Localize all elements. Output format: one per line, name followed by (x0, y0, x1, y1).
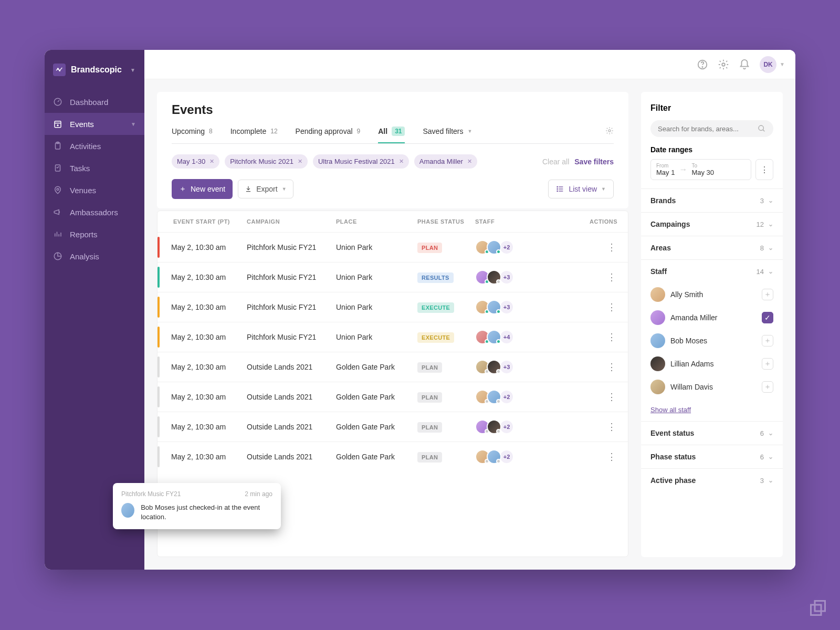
filter-search[interactable] (650, 120, 773, 137)
tab-saved-filters[interactable]: Saved filters▼ (423, 127, 472, 143)
more-actions-icon[interactable]: ⋮ (607, 332, 617, 342)
staff-checkbox[interactable]: ✓ (762, 312, 773, 323)
cell-actions: ⋮ (543, 391, 617, 403)
staff-filter-item[interactable]: Ally Smith ＋ (650, 283, 773, 306)
table-row[interactable]: May 2, 10:30 am Outside Lands 2021 Golde… (158, 352, 628, 382)
filter-section-staff[interactable]: Staff 14 ⌄ (641, 259, 783, 283)
table-row[interactable]: May 2, 10:30 am Outside Lands 2021 Golde… (158, 412, 628, 442)
cell-start: May 2, 10:30 am (171, 243, 247, 251)
filter-section-campaigns[interactable]: Campaings 12 ⌄ (641, 212, 783, 236)
staff-more-count[interactable]: +3 (499, 300, 514, 314)
staff-list: Ally Smith ＋ Amanda Miller ✓ Bob Moses ＋… (641, 283, 783, 403)
search-input[interactable] (658, 125, 753, 133)
save-filters-link[interactable]: Save filters (574, 158, 614, 166)
staff-more-count[interactable]: +2 (499, 449, 514, 464)
staff-more-count[interactable]: +3 (499, 360, 514, 374)
filter-chip[interactable]: May 1-30✕ (172, 154, 219, 169)
table-row[interactable]: May 2, 10:30 am Pitchfork Music FY21 Uni… (158, 292, 628, 322)
filter-section-areas[interactable]: Areas 8 ⌄ (641, 236, 783, 259)
staff-more-count[interactable]: +3 (499, 270, 514, 285)
help-icon[interactable] (697, 59, 708, 70)
more-actions-icon[interactable]: ⋮ (607, 272, 617, 282)
sidebar-item-ambassadors[interactable]: Ambassadors (45, 201, 144, 223)
filter-chip[interactable]: Ultra Music Festival 2021✕ (313, 154, 409, 169)
chevron-down-icon: ▼ (130, 67, 135, 73)
cell-actions: ⋮ (543, 361, 617, 373)
tab-all[interactable]: All31 (378, 127, 405, 143)
new-event-button[interactable]: ＋ New event (172, 179, 233, 199)
staff-more-count[interactable]: +4 (499, 330, 514, 344)
tab-label: All (378, 127, 387, 135)
staff-checkbox[interactable]: ＋ (762, 335, 773, 346)
col-staff: STAFF (475, 218, 543, 225)
user-menu[interactable]: DK ▼ (760, 56, 785, 73)
staff-more-count[interactable]: +2 (499, 419, 514, 434)
staff-filter-item[interactable]: Bob Moses ＋ (650, 329, 773, 352)
more-actions-icon[interactable]: ⋮ (607, 362, 617, 372)
section-count: 6 (760, 453, 764, 461)
clear-all-link[interactable]: Clear all (542, 158, 569, 166)
filter-section-active-phase[interactable]: Active phase 3 ⌄ (641, 468, 783, 492)
filter-section-event-status[interactable]: Event status 6 ⌄ (641, 421, 783, 445)
staff-filter-item[interactable]: Lillian Adams ＋ (650, 352, 773, 375)
tab-pending-approval[interactable]: Pending approval9 (296, 127, 361, 143)
date-range-label: Date ranges (641, 145, 783, 159)
tab-upcoming[interactable]: Upcoming8 (172, 127, 213, 143)
date-more-button[interactable]: ⋮ (755, 159, 773, 180)
show-all-staff-link[interactable]: Show all staff (641, 403, 783, 421)
close-icon[interactable]: ✕ (467, 158, 472, 165)
more-actions-icon[interactable]: ⋮ (607, 302, 617, 312)
close-icon[interactable]: ✕ (209, 158, 214, 165)
bell-icon[interactable] (739, 59, 750, 70)
download-icon (245, 185, 252, 193)
tab-count: 31 (392, 127, 405, 136)
table-row[interactable]: May 2, 10:30 am Pitchfork Music FY21 Uni… (158, 232, 628, 262)
close-icon[interactable]: ✕ (399, 158, 404, 165)
table-row[interactable]: May 2, 10:30 am Pitchfork Music FY21 Uni… (158, 262, 628, 292)
filter-section-phase-status[interactable]: Phase status 6 ⌄ (641, 445, 783, 468)
close-icon[interactable]: ✕ (298, 158, 302, 165)
table-row[interactable]: May 2, 10:30 am Outside Lands 2021 Golde… (158, 382, 628, 412)
cell-phase: PLAN (417, 393, 475, 401)
sidebar-item-tasks[interactable]: Tasks (45, 157, 144, 179)
staff-checkbox[interactable]: ＋ (762, 381, 773, 393)
tab-count: 9 (357, 128, 361, 135)
button-label: Export (256, 185, 277, 193)
sidebar-item-reports[interactable]: Reports (45, 223, 144, 245)
export-button[interactable]: Export ▼ (238, 180, 293, 198)
filter-chip[interactable]: Amanda Miller✕ (414, 154, 477, 169)
staff-more-count[interactable]: +2 (499, 390, 514, 404)
staff-name: Ally Smith (670, 290, 757, 299)
brand-selector[interactable]: Brandscopic ▼ (45, 57, 144, 91)
tab-incomplete[interactable]: Incomplete12 (230, 127, 278, 143)
sidebar-item-analysis[interactable]: Analysis (45, 245, 144, 267)
filter-section-brands[interactable]: Brands 3 ⌄ (641, 188, 783, 212)
staff-more-count[interactable]: +2 (499, 240, 514, 255)
staff-checkbox[interactable]: ＋ (762, 289, 773, 300)
more-actions-icon[interactable]: ⋮ (607, 242, 617, 253)
view-switcher[interactable]: List view ▼ (548, 180, 614, 198)
notification-toast[interactable]: Pitchfork Music FY21 2 min ago Bob Moses… (113, 483, 281, 529)
more-actions-icon[interactable]: ⋮ (607, 422, 617, 432)
tab-label: Saved filters (423, 127, 463, 135)
staff-name: Willam Davis (670, 383, 757, 391)
table-row[interactable]: May 2, 10:30 am Pitchfork Music FY21 Uni… (158, 322, 628, 352)
gear-icon[interactable] (718, 59, 729, 70)
staff-filter-item[interactable]: Amanda Miller ✓ (650, 306, 773, 329)
more-actions-icon[interactable]: ⋮ (607, 392, 617, 402)
page-title: Events (172, 102, 614, 117)
sidebar-item-venues[interactable]: Venues (45, 179, 144, 201)
staff-checkbox[interactable]: ＋ (762, 358, 773, 370)
filter-title: Filter (641, 103, 783, 120)
more-actions-icon[interactable]: ⋮ (607, 452, 617, 462)
sidebar-item-dashboard[interactable]: Dashboard (45, 91, 144, 113)
sidebar-item-activities[interactable]: Activities (45, 135, 144, 157)
cell-staff: +4 (475, 330, 543, 344)
filter-chip[interactable]: Pitchfork Music 2021✕ (225, 154, 308, 169)
date-range-picker[interactable]: From May 1 → To May 30 (650, 159, 751, 180)
table-row[interactable]: May 2, 10:30 am Outside Lands 2021 Golde… (158, 442, 628, 471)
user-avatar: DK (760, 56, 776, 73)
sidebar-item-events[interactable]: Events▼ (45, 113, 144, 135)
staff-filter-item[interactable]: Willam Davis ＋ (650, 375, 773, 398)
tabs-settings-icon[interactable] (605, 127, 614, 143)
